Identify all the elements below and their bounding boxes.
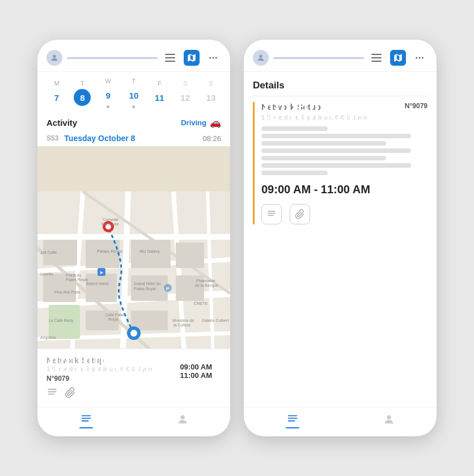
svg-rect-25 — [176, 243, 204, 268]
car-icon: 🚗 — [210, 117, 221, 128]
svg-rect-76 — [268, 215, 274, 216]
detail-line-2 — [261, 134, 411, 138]
svg-rect-63 — [81, 415, 91, 416]
list-icon-left[interactable] — [162, 50, 178, 66]
detail-line-3 — [261, 141, 386, 146]
svg-text:Angelina: Angelina — [40, 335, 56, 340]
screen-container: M 7 T 8 W 9 T 10 F — [26, 28, 448, 448]
svg-rect-62 — [48, 394, 55, 395]
svg-rect-19 — [86, 240, 120, 268]
svg-point-0 — [53, 55, 56, 58]
cal-day-sat[interactable]: S 12 — [175, 80, 196, 106]
svg-text:Ministère de: Ministère de — [172, 318, 194, 322]
detail-card-name: Network Setup — [261, 102, 321, 112]
detail-card-number: N°9079 — [405, 102, 428, 110]
cal-num-mon: 7 — [48, 89, 65, 106]
nav-list-right[interactable] — [286, 413, 299, 428]
activity-bar: Activity Driving 🚗 — [37, 112, 230, 131]
svg-text:Fine Arts Paris: Fine Arts Paris — [54, 290, 81, 294]
svg-text:de la Banque: de la Banque — [195, 283, 218, 288]
route-card-times: 09:00 AM 11:00 AM — [180, 363, 212, 380]
svg-text:Galerie Colbert: Galerie Colbert — [202, 318, 228, 322]
bottom-nav-right — [244, 407, 437, 436]
detail-lines — [261, 126, 428, 175]
cal-label-thu: T — [132, 78, 136, 84]
right-header — [244, 40, 437, 72]
map-area[interactable]: Palais-Royal IBU Gallery Grand Hôtel du … — [37, 146, 230, 407]
cal-day-fri[interactable]: F 11 — [149, 80, 170, 106]
detail-time-range: 09:00 AM - 11:00 AM — [261, 183, 428, 196]
detail-bottom-icons — [261, 204, 428, 224]
attach-card-icon[interactable] — [65, 387, 76, 401]
svg-text:la Culture: la Culture — [173, 323, 191, 327]
cal-label-tue: T — [81, 80, 84, 87]
map-icon-right[interactable] — [390, 50, 406, 66]
cal-day-thu[interactable]: T 10 — [124, 78, 144, 108]
svg-rect-74 — [268, 211, 276, 212]
driving-text: Driving — [181, 118, 206, 127]
detail-line-1 — [261, 126, 328, 131]
svg-point-5 — [213, 57, 214, 59]
activity-label: Activity — [46, 118, 77, 128]
route-entry[interactable]: S53 Tuesday October 8 08:26 — [37, 131, 230, 146]
svg-text:Comédie: Comédie — [103, 218, 118, 222]
cal-day-tue[interactable]: T 8 — [72, 80, 92, 106]
header-icons-right — [369, 50, 428, 66]
cal-label-fri: F — [158, 80, 162, 87]
cal-day-wed[interactable]: W 9 — [98, 78, 118, 108]
svg-rect-68 — [371, 54, 382, 55]
detail-attach-icon[interactable] — [290, 204, 310, 224]
more-icon-left[interactable] — [205, 50, 221, 66]
svg-rect-77 — [287, 415, 297, 416]
detail-list-icon[interactable] — [261, 204, 282, 224]
svg-text:Luvette: Luvette — [40, 272, 53, 276]
svg-text:Palais Royal: Palais Royal — [134, 287, 156, 291]
cal-num-fri: 11 — [151, 89, 168, 106]
svg-point-67 — [259, 55, 262, 58]
svg-rect-1 — [165, 54, 175, 55]
svg-rect-61 — [48, 392, 57, 393]
nav-profile-right[interactable] — [383, 413, 395, 428]
list-card-icon[interactable] — [46, 387, 58, 401]
detail-card-header: Network Setup N°9079 — [261, 102, 428, 112]
nav-list-left[interactable] — [79, 413, 93, 428]
detail-card-address: 123 rue de la République, #9002 Lyon — [261, 114, 428, 121]
route-card[interactable]: Network Setup 123 rue de la République, … — [37, 348, 230, 407]
cal-day-mon[interactable]: M 7 — [46, 80, 67, 106]
cal-label-mon: M — [54, 80, 59, 87]
cal-num-tue: 8 — [74, 89, 91, 106]
svg-text:Le Café Marly: Le Café Marly — [49, 318, 74, 323]
detail-card: Network Setup N°9079 123 rue de la Répub… — [253, 102, 428, 224]
svg-text:Palais Royal: Palais Royal — [66, 278, 88, 282]
nav-profile-left[interactable] — [176, 413, 189, 428]
svg-text:Pharmacie: Pharmacie — [196, 279, 215, 283]
svg-point-66 — [180, 415, 184, 419]
svg-rect-65 — [81, 420, 88, 422]
svg-rect-78 — [287, 418, 297, 419]
detail-line-7 — [261, 171, 328, 175]
svg-point-71 — [416, 57, 417, 59]
route-card-icons — [46, 387, 221, 401]
cal-day-sun[interactable]: S 13 — [201, 80, 221, 106]
avatar-icon-right — [253, 50, 269, 66]
route-card-time-end: 11:00 AM — [180, 371, 212, 380]
svg-point-80 — [387, 415, 391, 419]
svg-text:Bistrot Valois: Bistrot Valois — [86, 282, 109, 286]
more-icon-right[interactable] — [412, 50, 428, 66]
svg-rect-2 — [165, 57, 175, 58]
svg-text:Joli Caffé: Joli Caffé — [40, 250, 57, 254]
svg-rect-75 — [268, 213, 276, 214]
cal-num-sun: 13 — [202, 89, 219, 106]
map-icon-left[interactable] — [184, 50, 200, 66]
list-icon-right[interactable] — [369, 50, 384, 66]
svg-rect-79 — [287, 420, 295, 422]
svg-point-33 — [130, 330, 137, 337]
driving-label[interactable]: Driving 🚗 — [181, 117, 221, 128]
route-card-time-start: 09:00 AM — [180, 363, 212, 371]
svg-point-73 — [422, 57, 424, 59]
cal-label-wed: W — [105, 78, 111, 84]
cal-label-sun: S — [209, 80, 213, 87]
nav-underline-right — [286, 427, 299, 428]
svg-text:Café Palais: Café Palais — [105, 313, 126, 317]
cal-dot-wed — [107, 105, 109, 108]
